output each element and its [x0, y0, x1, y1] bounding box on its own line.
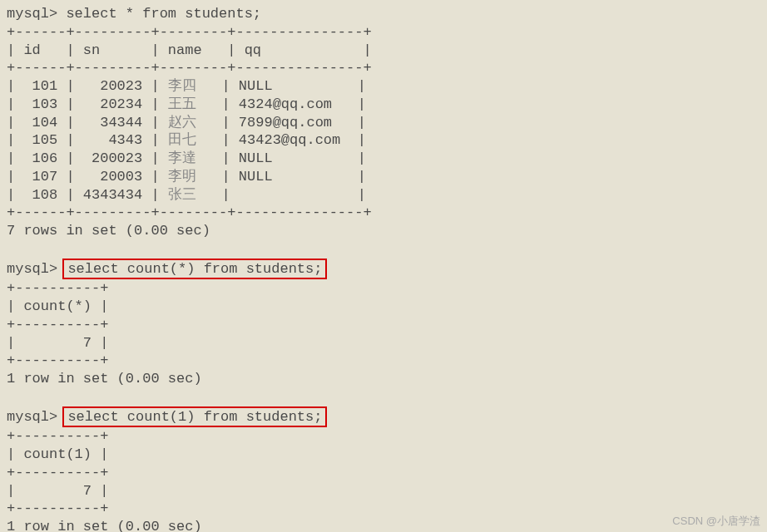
table3-header: | count(1) |: [7, 446, 760, 464]
mysql-prompt: mysql>: [7, 6, 57, 22]
query-3: select count(1) from students;: [67, 409, 322, 425]
table2-summary: 1 row in set (0.00 sec): [7, 370, 760, 388]
table1-border-top: +------+---------+--------+-------------…: [7, 23, 760, 42]
table2-border-bot: +----------+: [7, 352, 760, 370]
table3-border-mid: +----------+: [7, 464, 760, 482]
prompt-line-2: mysql> select count(*) from students;: [7, 259, 760, 280]
table3-summary: 1 row in set (0.00 sec): [7, 518, 760, 532]
query-1: select * from students;: [66, 6, 261, 22]
query-3-highlight: select count(1) from students;: [62, 406, 327, 428]
table2-row: | 7 |: [7, 334, 760, 352]
prompt-line-3: mysql> select count(1) from students;: [7, 406, 760, 428]
table3-row: | 7 |: [7, 482, 760, 500]
blank: [7, 388, 760, 406]
watermark: CSDN @小唐学渣: [672, 515, 760, 529]
table2-border-top: +----------+: [7, 279, 760, 298]
table-row: | 104 | 34344 | 赵六 | 7899@qq.com |: [7, 114, 760, 132]
table1-summary: 7 rows in set (0.00 sec): [7, 222, 760, 240]
table-row: | 106 | 200023 | 李達 | NULL |: [7, 150, 760, 168]
table-row: | 107 | 20003 | 李明 | NULL |: [7, 168, 760, 186]
query-2-highlight: select count(*) from students;: [62, 259, 327, 280]
query-2: select count(*) from students;: [67, 261, 322, 277]
prompt-line-1: mysql> select * from students;: [7, 5, 760, 23]
table-row: | 103 | 20234 | 王五 | 4324@qq.com |: [7, 96, 760, 114]
table3-border-bot: +----------+: [7, 500, 760, 518]
table1-header: | id | sn | name | qq |: [7, 42, 760, 60]
mysql-prompt: mysql>: [7, 409, 57, 425]
table2-border-mid: +----------+: [7, 316, 760, 334]
table2-header: | count(*) |: [7, 298, 760, 316]
table-row: | 101 | 20023 | 李四 | NULL |: [7, 77, 760, 96]
table1-border-bot: +------+---------+--------+-------------…: [7, 204, 760, 222]
table-row: | 105 | 4343 | 田七 | 43423@qq.com |: [7, 131, 760, 150]
table1-border-mid: +------+---------+--------+-------------…: [7, 59, 760, 77]
blank: [7, 240, 760, 259]
mysql-prompt: mysql>: [7, 261, 57, 277]
table-row: | 108 | 4343434 | 张三 | |: [7, 186, 760, 204]
table3-border-top: +----------+: [7, 427, 760, 446]
